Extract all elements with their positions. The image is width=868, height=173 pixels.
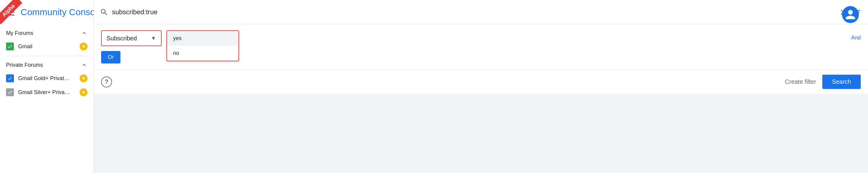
subscribed-dropdown[interactable]: Subscribed ▼ <box>101 30 162 46</box>
search-button[interactable]: Search <box>822 75 861 89</box>
gmail-gold-checkbox <box>6 74 14 82</box>
my-forums-header[interactable]: My Forums <box>0 27 94 40</box>
option-yes[interactable]: yes <box>167 31 239 46</box>
gmail-gold-add-icon[interactable]: + <box>80 74 88 82</box>
dropdown-label: Subscribed <box>106 35 148 42</box>
gmail-silver-forum-name: Gmail Silver+ Priva… <box>18 89 70 96</box>
app-title: Community Console <box>21 7 102 17</box>
chevron-up-icon-private <box>81 61 88 68</box>
option-no[interactable]: no <box>167 46 239 61</box>
private-forums-label: Private Forums <box>6 62 43 68</box>
search-query[interactable]: subscribed:true <box>112 8 835 16</box>
search-icon <box>100 8 108 17</box>
or-button[interactable]: Or <box>101 51 120 64</box>
my-forums-section: My Forums Gmail + <box>0 24 94 56</box>
alpha-ribbon: Alpha <box>0 0 27 27</box>
filter-area: Subscribed ▼ yes no And Or <box>94 24 868 70</box>
main-content: subscribed:true Subscribed ▼ yes no And … <box>94 0 868 173</box>
gmail-add-icon[interactable]: + <box>80 43 88 50</box>
gmail-silver-checkbox <box>6 88 14 96</box>
my-forums-label: My Forums <box>6 30 33 36</box>
private-forums-header[interactable]: Private Forums <box>0 58 94 71</box>
dropdown-options-panel: yes no <box>166 30 239 61</box>
private-forums-section: Private Forums Gmail Gold+ Privat… + Gma… <box>0 56 94 102</box>
gmail-checkbox <box>6 43 14 50</box>
create-filter-button[interactable]: Create filter <box>785 78 816 85</box>
sidebar-item-gmail-gold[interactable]: Gmail Gold+ Privat… + <box>0 71 94 85</box>
gmail-forum-name: Gmail <box>18 43 32 50</box>
gmail-gold-forum-name: Gmail Gold+ Privat… <box>18 75 70 82</box>
dropdown-arrow-icon: ▼ <box>151 35 156 42</box>
and-label[interactable]: And <box>851 34 861 41</box>
search-bar: subscribed:true <box>94 0 868 24</box>
sidebar-item-gmail[interactable]: Gmail + <box>0 40 94 53</box>
chevron-up-icon <box>81 30 88 36</box>
footer-actions: Create filter Search <box>785 75 861 89</box>
alpha-label: Alpha <box>0 0 22 24</box>
filter-footer: ? Create filter Search <box>94 70 868 94</box>
help-icon[interactable]: ? <box>101 76 112 88</box>
sidebar-item-gmail-silver[interactable]: Gmail Silver+ Priva… + <box>0 85 94 99</box>
filter-row: Subscribed ▼ yes no And <box>101 30 861 46</box>
profile-avatar[interactable] <box>842 6 859 23</box>
gmail-silver-add-icon[interactable]: + <box>80 88 88 96</box>
